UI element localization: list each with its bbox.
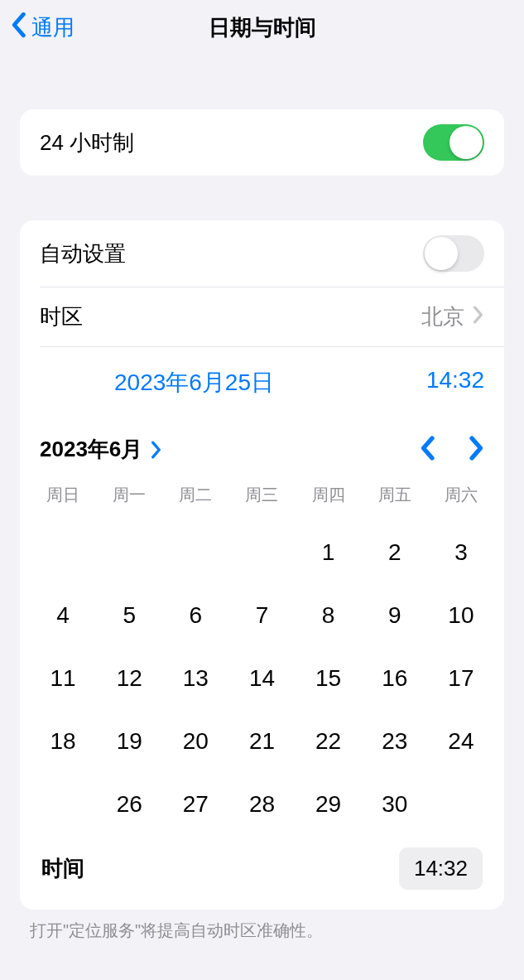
day-cell[interactable]: 30 <box>362 784 428 824</box>
selected-date[interactable]: 2023年6月25日 <box>114 367 274 398</box>
row-timezone[interactable]: 时区 北京 <box>20 287 504 346</box>
day-empty <box>228 533 295 572</box>
day-cell[interactable]: 12 <box>96 659 162 698</box>
day-cell[interactable]: 18 <box>30 722 96 761</box>
chevron-right-icon <box>473 304 484 330</box>
day-cell[interactable]: 29 <box>296 784 362 824</box>
day-cell[interactable]: 28 <box>228 784 295 824</box>
day-cell[interactable]: 21 <box>228 722 295 761</box>
day-cell[interactable]: 6 <box>162 596 228 635</box>
weekday-label: 周五 <box>362 484 428 506</box>
day-cell[interactable]: 3 <box>428 533 494 572</box>
label-autoset: 自动设置 <box>40 239 126 268</box>
back-button[interactable]: 通用 <box>0 12 75 44</box>
row-time: 时间 14:32 <box>30 838 494 900</box>
weekday-label: 周四 <box>296 484 362 506</box>
day-empty <box>30 533 96 572</box>
weekday-label: 周六 <box>428 484 494 506</box>
day-cell[interactable]: 19 <box>96 722 162 761</box>
weekday-label: 周日 <box>30 484 96 506</box>
calendar-header: 2023年6月 <box>30 418 494 477</box>
day-cell[interactable]: 11 <box>30 659 96 698</box>
day-cell[interactable]: 14 <box>228 659 295 698</box>
day-cell[interactable]: 8 <box>296 596 362 635</box>
calendar: 2023年6月 周日周一周二周三周四周五周六 12345678910111213… <box>20 418 504 910</box>
weekday-label: 周三 <box>228 484 295 506</box>
back-label: 通用 <box>31 13 75 42</box>
toggle-24hour[interactable] <box>423 124 484 161</box>
day-cell[interactable]: 15 <box>296 659 362 698</box>
section-24hour: 24 小时制 <box>20 109 504 176</box>
page-title: 日期与时间 <box>209 13 316 42</box>
month-picker[interactable]: 2023年6月 <box>40 435 162 464</box>
day-cell[interactable]: 16 <box>362 659 428 698</box>
day-empty <box>162 533 228 572</box>
day-cell[interactable]: 26 <box>96 784 162 824</box>
nav-bar: 通用 日期与时间 <box>0 0 524 55</box>
day-cell[interactable]: 24 <box>428 722 494 761</box>
timezone-text: 北京 <box>421 302 464 331</box>
day-cell[interactable]: 13 <box>162 659 228 698</box>
day-cell[interactable]: 1 <box>296 533 362 572</box>
label-time: 时间 <box>41 854 84 883</box>
day-cell[interactable]: 25 <box>30 784 96 824</box>
chevron-left-icon <box>10 12 31 44</box>
toggle-autoset[interactable] <box>423 235 484 272</box>
day-cell[interactable]: 23 <box>362 722 428 761</box>
day-cell[interactable]: 22 <box>296 722 362 761</box>
days-grid: 1234567891011121314151617181920212223242… <box>30 513 494 838</box>
time-picker-button[interactable]: 14:32 <box>399 847 483 890</box>
month-nav <box>420 436 484 464</box>
day-cell[interactable]: 20 <box>162 722 228 761</box>
day-cell[interactable]: 27 <box>162 784 228 824</box>
day-empty <box>96 533 162 572</box>
weekday-row: 周日周一周二周三周四周五周六 <box>30 477 494 513</box>
row-autoset: 自动设置 <box>20 220 504 287</box>
footer-note: 打开"定位服务"将提高自动时区准确性。 <box>0 910 524 952</box>
label-24hour: 24 小时制 <box>40 128 134 157</box>
weekday-label: 周二 <box>162 484 228 506</box>
day-cell[interactable]: 10 <box>428 596 494 635</box>
label-timezone: 时区 <box>40 302 83 331</box>
next-month-button[interactable] <box>469 436 484 464</box>
month-label-text: 2023年6月 <box>40 435 142 464</box>
section-datetime: 自动设置 时区 北京 2023年6月25日 14:32 2023年6月 <box>20 220 504 910</box>
value-timezone: 北京 <box>421 302 484 331</box>
toggle-knob <box>449 126 483 159</box>
day-cell[interactable]: 5 <box>96 596 162 635</box>
selected-time[interactable]: 14:32 <box>426 367 484 398</box>
toggle-knob <box>425 237 458 270</box>
day-cell[interactable]: 7 <box>228 596 295 635</box>
row-24hour: 24 小时制 <box>20 109 504 176</box>
day-cell[interactable]: 17 <box>428 659 494 698</box>
day-cell[interactable]: 9 <box>362 596 428 635</box>
weekday-label: 周一 <box>96 484 162 506</box>
prev-month-button[interactable] <box>420 436 435 464</box>
day-cell[interactable]: 2 <box>362 533 428 572</box>
row-selected-datetime: 2023年6月25日 14:32 <box>20 347 504 418</box>
day-cell[interactable]: 4 <box>30 596 96 635</box>
